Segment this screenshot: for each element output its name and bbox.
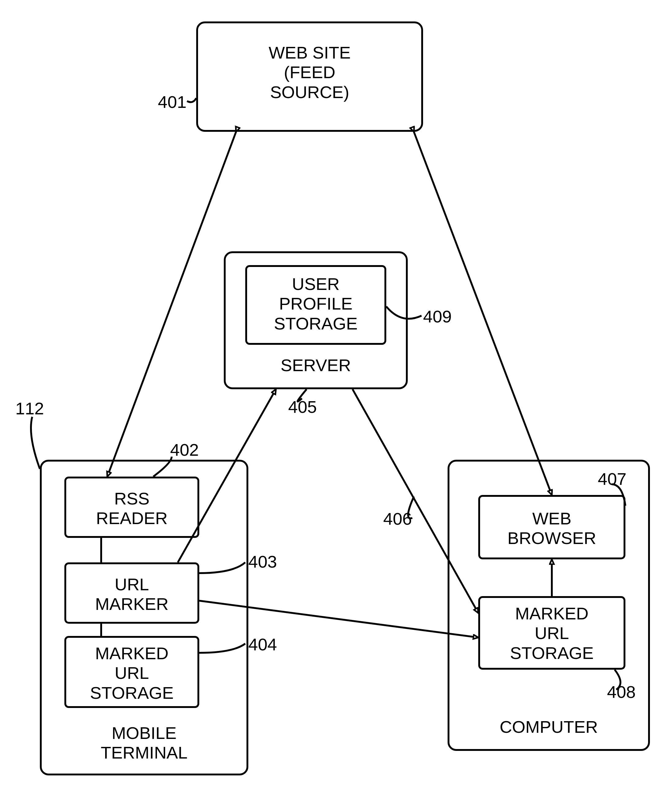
- label-server: SERVER: [224, 356, 408, 375]
- ref-407: 407: [598, 469, 626, 489]
- ref-406: 406: [383, 509, 412, 529]
- diagram-stage: WEB SITE (FEED SOURCE) SERVER USER PROFI…: [0, 0, 672, 799]
- ref-408: 408: [607, 682, 635, 702]
- label-cstorage: MARKED URL STORAGE: [478, 604, 626, 663]
- label-browser: WEB BROWSER: [478, 509, 626, 548]
- ref-409: 409: [423, 307, 451, 326]
- label-mobile: MOBILE TERMINAL: [40, 723, 248, 763]
- ref-401: 401: [158, 92, 186, 112]
- label-computer: COMPUTER: [448, 717, 650, 737]
- ref-404: 404: [248, 634, 277, 654]
- label-website: WEB SITE (FEED SOURCE): [196, 43, 423, 102]
- ref-112: 112: [15, 398, 44, 418]
- svg-line-0: [107, 132, 236, 476]
- label-urlmarker: URL MARKER: [64, 575, 199, 614]
- label-profile: USER PROFILE STORAGE: [245, 274, 386, 334]
- ref-405: 405: [288, 397, 317, 417]
- ref-402: 402: [170, 440, 198, 460]
- label-rss: RSS READER: [64, 489, 199, 528]
- label-mstorage: MARKED URL STORAGE: [64, 644, 199, 703]
- ref-403: 403: [248, 552, 277, 572]
